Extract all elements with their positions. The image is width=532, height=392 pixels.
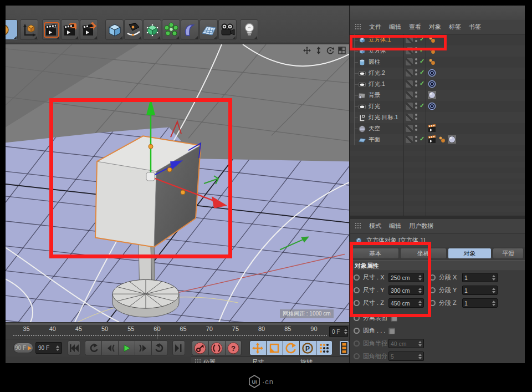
menu-bookmark[interactable]: 书签 — [469, 23, 481, 31]
compositing-tag-icon[interactable] — [428, 135, 436, 144]
menu-object[interactable]: 对象 — [429, 23, 441, 31]
target-tag-icon[interactable] — [428, 69, 436, 77]
visibility-dots[interactable] — [415, 91, 417, 98]
panel-grip[interactable] — [355, 222, 361, 230]
visibility-dots[interactable] — [415, 58, 417, 64]
goto-start-button[interactable] — [68, 340, 80, 355]
target-tag-icon[interactable] — [428, 102, 436, 110]
menu-file[interactable]: 文件 — [369, 23, 381, 31]
goto-end-button[interactable] — [172, 340, 185, 355]
visibility-dots[interactable] — [415, 47, 417, 53]
render-picture-viewer-button[interactable] — [61, 19, 79, 40]
menu-view[interactable]: 查看 — [409, 23, 421, 31]
material-tag-icon[interactable] — [448, 135, 456, 144]
keyframe-parameter-toggle[interactable]: P — [299, 340, 316, 355]
tab-object[interactable]: 对象 — [448, 248, 492, 259]
cube-primitive-button[interactable] — [105, 19, 124, 40]
fillet-checkbox[interactable] — [388, 328, 395, 334]
current-frame-field[interactable]: 0 F — [329, 326, 348, 337]
object-row-灯光[interactable]: 灯光✓ — [350, 101, 525, 112]
timeline-ruler[interactable]: 3540 4550 5560 6570 7580 8590 0 F — [6, 325, 349, 339]
layer-toggle[interactable] — [406, 80, 413, 88]
floor-object-button[interactable] — [200, 19, 218, 40]
render-view-button[interactable] — [42, 19, 60, 40]
keyframe-radio[interactable] — [354, 315, 360, 321]
camera-object-button[interactable] — [218, 19, 237, 40]
keyframe-radio[interactable] — [354, 287, 360, 293]
prev-frame-button[interactable] — [101, 340, 118, 355]
prev-key-button[interactable] — [85, 340, 101, 355]
compositing-tag-icon[interactable] — [428, 124, 436, 133]
layer-toggle[interactable] — [406, 91, 413, 99]
keyframe-radio[interactable] — [429, 300, 436, 306]
phong-tag-icon[interactable] — [438, 135, 446, 144]
keyframe-pla-toggle[interactable] — [316, 340, 332, 355]
enabled-check-icon[interactable]: ✓ — [420, 135, 424, 142]
menu-mode[interactable]: 模式 — [369, 222, 381, 230]
tab-basic[interactable]: 基本 — [351, 248, 399, 259]
active-tool-button[interactable] — [6, 19, 18, 40]
array-generator-button[interactable] — [162, 19, 180, 40]
keyframe-scale-toggle[interactable] — [266, 340, 283, 355]
menu-edit[interactable]: 编辑 — [389, 23, 401, 31]
object-row-平面[interactable]: 平面✓ — [350, 134, 525, 145]
layer-toggle[interactable] — [406, 136, 413, 143]
play-button[interactable] — [118, 340, 135, 355]
keyframe-options-button[interactable]: ? — [225, 340, 242, 355]
toggle-views-icon[interactable] — [337, 46, 346, 54]
enabled-check-icon[interactable]: ✓ — [420, 69, 424, 76]
pan-icon[interactable] — [303, 46, 311, 54]
layer-toggle[interactable] — [406, 36, 413, 43]
target-tag-icon[interactable] — [428, 80, 436, 88]
record-keyframe-button[interactable] — [192, 340, 208, 355]
material-tag-icon[interactable] — [428, 91, 436, 99]
phong-tag-icon[interactable] — [428, 58, 436, 66]
preview-range-handle[interactable]: 90 F — [13, 343, 33, 353]
coordinate-system-button[interactable] — [20, 19, 38, 40]
seg-y-input[interactable]: 1 — [462, 286, 498, 295]
enabled-check-icon[interactable]: ✓ — [420, 102, 424, 109]
object-row-天空[interactable]: 天空 — [350, 123, 525, 134]
bend-deformer-button[interactable] — [181, 19, 199, 40]
zoom-icon[interactable] — [314, 46, 323, 54]
layer-toggle[interactable] — [406, 125, 413, 132]
size-y-input[interactable]: 300 cm — [388, 286, 424, 295]
autokey-button[interactable] — [208, 340, 225, 355]
layer-toggle[interactable] — [406, 58, 413, 65]
next-key-button[interactable] — [151, 340, 168, 355]
object-row-灯光.2[interactable]: 灯光.2✓ — [350, 68, 525, 79]
object-row-灯光.1[interactable]: 灯光.1✓ — [350, 79, 525, 90]
object-row-立方体[interactable]: 立方体✓ — [350, 45, 525, 57]
visibility-dots[interactable] — [415, 80, 417, 86]
size-x-input[interactable]: 250 cm — [388, 273, 424, 282]
visibility-dots[interactable] — [415, 114, 417, 120]
keyframe-radio[interactable] — [354, 300, 360, 306]
visibility-dots[interactable] — [415, 125, 417, 131]
layer-toggle[interactable] — [406, 103, 413, 110]
keyframe-radio[interactable] — [354, 328, 360, 334]
visibility-dots[interactable] — [415, 103, 417, 109]
next-frame-button[interactable] — [135, 340, 151, 355]
visibility-dots[interactable] — [415, 36, 417, 42]
panel-grip[interactable] — [195, 359, 201, 363]
separate-surfaces-checkbox[interactable] — [391, 315, 397, 322]
seg-z-input[interactable]: 1 — [462, 298, 498, 308]
keyframe-radio[interactable] — [354, 274, 360, 281]
object-row-背景[interactable]: 背景 — [350, 90, 525, 101]
keyframe-position-toggle[interactable] — [249, 340, 266, 355]
keyframe-radio[interactable] — [429, 287, 436, 293]
phong-tag-icon[interactable] — [428, 35, 436, 44]
layer-toggle[interactable] — [406, 47, 413, 54]
tab-coordinates[interactable]: 坐标 — [400, 248, 446, 259]
timeline-window-button[interactable] — [339, 340, 349, 355]
object-row-圆柱[interactable]: 圆柱✓ — [350, 57, 525, 68]
rotate-icon[interactable] — [326, 46, 334, 54]
layer-toggle[interactable] — [406, 69, 413, 77]
keyframe-rotation-toggle[interactable] — [283, 340, 299, 355]
enabled-check-icon[interactable]: ✓ — [420, 47, 424, 54]
light-object-button[interactable] — [240, 19, 258, 40]
subdivision-surface-button[interactable] — [143, 19, 161, 40]
menu-user-data[interactable]: 用户数据 — [409, 222, 433, 230]
enabled-check-icon[interactable]: ✓ — [420, 80, 424, 87]
size-z-input[interactable]: 450 cm — [388, 298, 424, 308]
